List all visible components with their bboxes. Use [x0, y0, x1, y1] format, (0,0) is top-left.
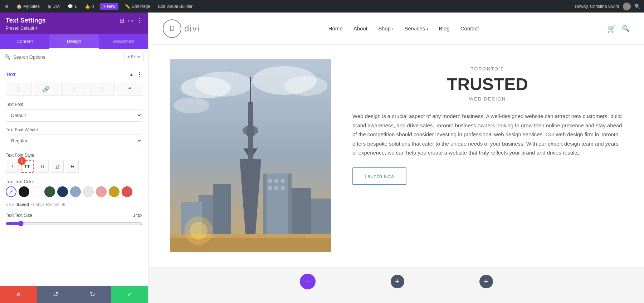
align-center-btn[interactable]: ≡ [61, 83, 87, 96]
panel-preset[interactable]: Preset: Default ▾ [6, 26, 142, 31]
tab-content[interactable]: Content [0, 34, 49, 49]
section-controls: ▲ ⋮ [129, 71, 142, 78]
new-btn[interactable]: + New [100, 3, 118, 10]
hero-title: TRUSTED [352, 74, 623, 94]
color-dark-blue[interactable] [57, 186, 68, 197]
quote-btn[interactable]: ❝ [117, 83, 142, 96]
text-section-title: Text [6, 72, 16, 77]
align-right-btn[interactable]: ≡ [89, 83, 115, 96]
align-left-btn[interactable]: ≡ [6, 83, 31, 96]
panel-header-icons: ⊞ ▭ ⋮ [119, 17, 142, 24]
wp-logo-btn[interactable]: ⊕ [4, 4, 10, 9]
color-picker-btn[interactable]: 💉 [6, 186, 16, 197]
hero-body: Web design is a crucial aspect of any mo… [352, 112, 623, 157]
color-light-blue[interactable] [70, 186, 81, 197]
nav-services[interactable]: Services [405, 25, 428, 31]
hero-subtitle: TORONTO'S [352, 66, 623, 72]
nav-contact[interactable]: Contact [460, 25, 479, 31]
comments-btn[interactable]: 💬 1 [66, 4, 78, 9]
section-menu-icon[interactable]: ⋮ [137, 71, 142, 78]
divi-label: Divi [53, 4, 60, 9]
admin-search-icon[interactable]: 🔍 [634, 4, 640, 9]
link-btn[interactable]: 🔗 [34, 83, 59, 96]
color-black[interactable] [19, 186, 29, 197]
font-bold-btn[interactable]: 1 TT [21, 160, 34, 173]
divi-btn[interactable]: ◉ Divi [46, 4, 61, 9]
color-dark-green[interactable] [44, 186, 55, 197]
add-row: ··· + + [148, 267, 644, 297]
add-section-btn-2[interactable]: + [479, 275, 493, 288]
font-strikethrough-btn[interactable]: S [66, 160, 79, 173]
font-underline-btn[interactable]: U [51, 160, 64, 173]
edit-page-btn[interactable]: ✏️ Edit Page [123, 4, 152, 9]
exit-builder-label: Exit Visual Builder [158, 4, 193, 9]
save-button[interactable]: ✓ [111, 286, 148, 303]
home-icon: 🏠 [16, 4, 22, 9]
nav-right: 🛒 🔍 [607, 24, 630, 33]
save-icon: ✓ [127, 290, 132, 298]
nav-shop[interactable]: Shop [378, 25, 394, 31]
redo-button[interactable]: ↻ [74, 286, 111, 303]
edit-page-label: Edit Page [132, 4, 150, 9]
font-caps-btn[interactable]: Tt [36, 160, 49, 173]
three-dots-menu[interactable]: ··· [300, 274, 316, 289]
resize-icon[interactable]: ⊞ [119, 17, 124, 24]
font-italic-btn[interactable]: I [6, 160, 19, 173]
tab-advanced[interactable]: Advanced [99, 34, 148, 49]
size-slider[interactable] [6, 221, 142, 226]
exit-builder-btn[interactable]: Exit Visual Builder [157, 4, 194, 9]
svg-rect-17 [281, 179, 284, 183]
text-font-weight-field: Text Font Weight Regular [6, 127, 142, 153]
undo-icon: ↺ [53, 290, 58, 298]
logo-text: divi [184, 24, 200, 34]
admin-bar-right: Howdy, Christina Gwira 🔍 [575, 3, 640, 10]
size-label: Text Text Size [6, 213, 32, 218]
global-tab[interactable]: Global [31, 202, 44, 207]
cart-icon[interactable]: 🛒 [607, 24, 616, 33]
search-input[interactable] [13, 54, 121, 60]
comment-count: 1 [74, 4, 77, 9]
color-white[interactable] [31, 186, 42, 197]
bottom-bar: ✕ ↺ ↻ ✓ [0, 286, 148, 303]
text-font-weight-select[interactable]: Regular [6, 135, 142, 147]
text-size-field: Text Text Size 14px [6, 213, 142, 228]
launch-now-button[interactable]: Launch Now [352, 167, 406, 185]
text-section-header: Text ▲ ⋮ [6, 71, 142, 78]
alignment-group: ≡ 🔗 ≡ ≡ ❝ [6, 83, 142, 96]
color-gold[interactable] [109, 186, 119, 197]
add-section-btn-1[interactable]: + [391, 275, 404, 288]
like-icon: 👍 [85, 4, 90, 9]
layout-icon[interactable]: ▭ [128, 17, 133, 24]
undo-button[interactable]: ↺ [37, 286, 74, 303]
cancel-button[interactable]: ✕ [0, 286, 37, 303]
color-pink[interactable] [96, 186, 107, 197]
saved-tab[interactable]: Saved [16, 202, 29, 207]
nav-blog[interactable]: Blog [439, 25, 450, 31]
color-settings-icon[interactable]: ⚙ [62, 202, 65, 207]
recent-tab[interactable]: Recent [46, 202, 59, 207]
dot3 [12, 204, 14, 206]
dot1 [6, 204, 8, 206]
howdy-text: Howdy, Christina Gwira [575, 4, 619, 9]
svg-rect-18 [268, 186, 272, 190]
my-sites-btn[interactable]: 🏠 My Sites [15, 4, 41, 9]
collapse-icon[interactable]: ▲ [129, 72, 134, 77]
color-light-gray[interactable] [83, 186, 94, 197]
likes-btn[interactable]: 👍 0 [83, 4, 96, 9]
nav-home[interactable]: Home [328, 25, 343, 31]
text-font-select[interactable]: Default [6, 109, 142, 122]
text-color-label: Text Text Color [6, 179, 142, 184]
filter-button[interactable]: + Filter [124, 53, 144, 61]
admin-bar: ⊕ 🏠 My Sites ◉ Divi 💬 1 👍 0 + New ✏️ Edi… [0, 0, 644, 13]
pencil-icon: ✏️ [125, 4, 130, 9]
site-logo: D divi [163, 19, 200, 38]
color-red[interactable] [122, 186, 132, 197]
dot2 [9, 204, 11, 206]
svg-point-5 [174, 98, 209, 113]
size-row: Text Text Size 14px [6, 213, 142, 218]
nav-search-icon[interactable]: 🔍 [622, 25, 630, 33]
tab-design[interactable]: Design [49, 34, 99, 49]
nav-about[interactable]: About [353, 25, 367, 31]
menu-icon[interactable]: ⋮ [137, 17, 142, 24]
color-tags-row: Saved Global Recent ⚙ [6, 202, 142, 207]
